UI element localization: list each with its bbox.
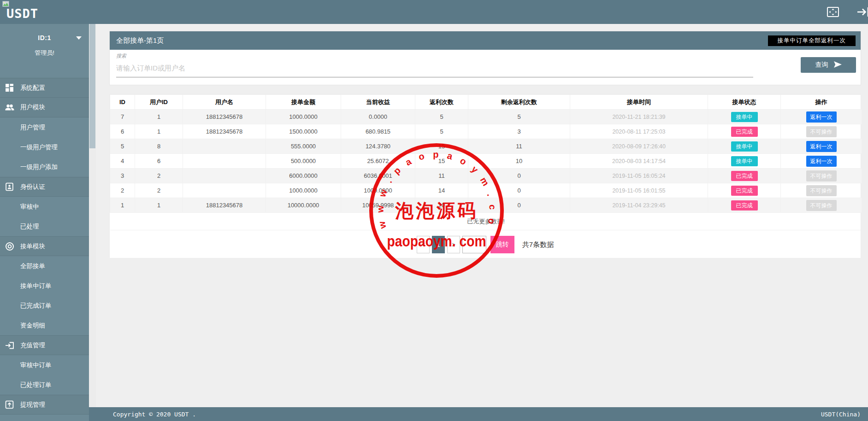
table-row: 46500.000025.607215102020-08-03 14:17:54… [110,154,862,169]
cell-rebate-count: 15 [415,139,468,154]
sidebar-item-label: 接单中订单 [20,282,52,290]
sidebar-item-10[interactable]: 全部接单 [0,256,89,276]
table-row: 61188123456781500.0000680.9815532020-08-… [110,124,862,139]
cell-income: 680.9815 [341,124,415,139]
cell-id: 2 [110,183,135,198]
sidebar-item-label: 身份认证 [20,183,45,191]
sidebar-item-label: 一级用户添加 [20,163,58,171]
cell-income: 124.3780 [341,139,415,154]
sidebar-item-9[interactable]: 接单模块 [0,236,89,256]
sidebar-item-18[interactable]: 审核中订单 [0,415,89,421]
query-button[interactable]: 查询 [801,57,856,73]
send-icon [834,61,842,69]
pagination-prev-button[interactable]: < [417,236,430,253]
cell-amount: 10000.0000 [266,198,341,213]
cell-order-status: 已完成 [708,169,781,183]
cell-username: 18812345678 [183,124,266,139]
column-header: 当前收益 [341,95,415,110]
sidebar-menu: 系统配置用户模块用户管理一级用户管理一级用户添加身份认证审核中已处理接单模块全部… [0,78,89,421]
cell-username [183,183,266,198]
cell-order-time: 2019-11-05 16:01:55 [570,183,708,198]
sidebar-item-17[interactable]: 提现管理 [0,395,89,415]
cell-order-status: 已完成 [708,124,781,139]
cell-action: 不可操作 [781,124,862,139]
orders-table: ID用户ID用户名接单金额当前收益返利次数剩余返利次数接单时间接单状态操作 71… [110,94,862,230]
pagination-current-page[interactable]: 1 [432,236,445,253]
rebate-once-button[interactable]: 返利一次 [806,141,837,152]
sidebar-item-label: 已处理订单 [20,381,52,389]
rebate-once-button[interactable]: 返利一次 [806,111,837,123]
sidebar-scrollbar[interactable] [89,24,96,421]
order-status-badge: 接单中 [731,112,758,122]
fullscreen-icon[interactable] [827,6,839,20]
cell-remaining: 5 [468,110,570,124]
sidebar-item-11[interactable]: 接单中订单 [0,276,89,296]
top-header-bar: USDT [0,0,868,24]
sidebar-item-6[interactable]: 身份认证 [0,177,89,197]
sidebar-item-16[interactable]: 已处理订单 [0,375,89,395]
column-header: ID [110,95,135,110]
order-status-badge: 已完成 [731,127,758,137]
disabled-action-button: 不可操作 [806,200,837,211]
page-jump-input[interactable] [462,236,486,253]
cell-user-id: 2 [135,169,183,183]
column-header: 用户ID [135,95,183,110]
page-jump-button[interactable]: 跳转 [490,236,514,253]
cell-order-time: 2019-11-04 23:29:45 [570,198,708,213]
cell-user-id: 6 [135,154,183,169]
cell-amount: 6000.0000 [266,169,341,183]
sidebar-item-1[interactable]: 系统配置 [0,78,89,98]
rebate-once-button[interactable]: 返利一次 [806,156,837,167]
disabled-action-button: 不可操作 [806,185,837,196]
cell-remaining: 3 [468,124,570,139]
rebate-all-button[interactable]: 接单中订单全部返利一次 [768,35,856,46]
sidebar-item-5[interactable]: 一级用户添加 [0,157,89,177]
sidebar-item-label: 已完成订单 [20,302,52,310]
cell-amount: 1500.0000 [266,124,341,139]
column-header: 接单状态 [708,95,781,110]
column-header: 接单金额 [266,95,341,110]
sidebar-item-4[interactable]: 一级用户管理 [0,137,89,157]
cell-id: 7 [110,110,135,124]
table-row: 58555.0000124.378015112020-08-09 17:26:4… [110,139,862,154]
sidebar-item-label: 接单模块 [20,242,45,251]
cell-remaining: 0 [468,183,570,198]
users-icon [5,103,18,111]
orders-table-card: ID用户ID用户名接单金额当前收益返利次数剩余返利次数接单时间接单状态操作 71… [109,94,861,258]
id-badge-icon [5,182,18,191]
cell-income: 1000.0000 [341,183,415,198]
cell-action: 返利一次 [781,154,862,169]
column-header: 用户名 [183,95,266,110]
sidebar-item-12[interactable]: 已完成订单 [0,296,89,316]
cell-action: 不可操作 [781,169,862,183]
cell-remaining: 11 [468,139,570,154]
sidebar-item-3[interactable]: 用户管理 [0,117,89,137]
pagination-next-button[interactable]: > [447,236,460,253]
caret-down-icon[interactable] [76,36,82,40]
order-status-badge: 已完成 [731,186,758,196]
sidebar-item-14[interactable]: 充值管理 [0,335,89,355]
logout-icon[interactable] [857,6,868,20]
pagination: < 1 > 跳转 共7条数据 [110,236,861,253]
cell-username: 18812345678 [183,110,266,124]
orders-icon [5,242,18,251]
footer-bar: Copyright © 2020 USDT . USDT(China) [89,407,868,421]
sidebar-user-block[interactable]: ID:1 管理员! [0,24,89,61]
sidebar-item-label: 提现管理 [20,401,45,409]
search-input[interactable] [116,59,753,77]
cell-amount: 555.0000 [266,139,341,154]
panel-title: 全部接单-第1页 [116,36,164,45]
cell-id: 1 [110,198,135,213]
cell-amount: 1000.0000 [266,110,341,124]
sidebar-item-2[interactable]: 用户模块 [0,98,89,117]
sidebar-item-15[interactable]: 审核中订单 [0,355,89,375]
sidebar-item-13[interactable]: 资金明细 [0,316,89,335]
sidebar-scrollbar-thumb[interactable] [89,24,95,148]
sidebar-item-label: 审核中 [20,203,39,211]
cell-order-status: 接单中 [708,154,781,169]
sidebar-item-8[interactable]: 已处理 [0,216,89,236]
sidebar-item-7[interactable]: 审核中 [0,197,89,216]
disabled-action-button: 不可操作 [806,126,837,137]
cell-order-time: 2020-08-03 14:17:54 [570,154,708,169]
column-header: 返利次数 [415,95,468,110]
